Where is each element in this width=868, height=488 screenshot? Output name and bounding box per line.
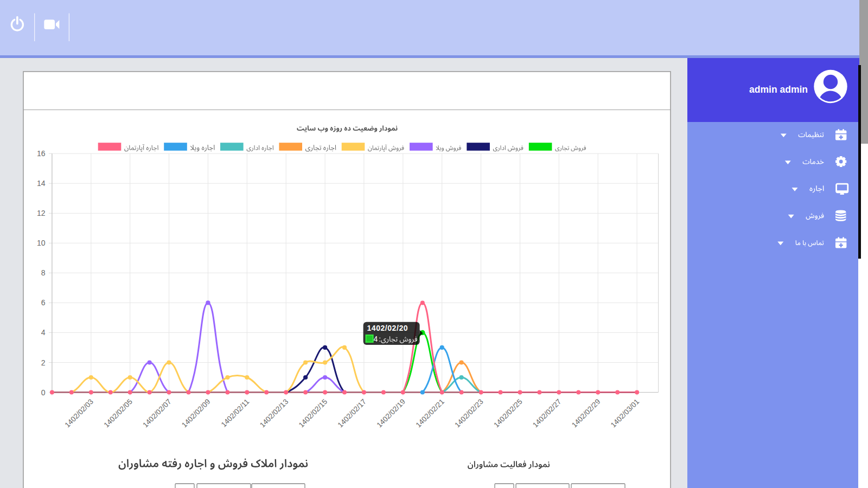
svg-text:14: 14: [37, 179, 46, 188]
svg-text:4: 4: [41, 328, 46, 337]
svg-text:2: 2: [41, 358, 46, 367]
svg-text:16: 16: [37, 149, 46, 158]
svg-text:10: 10: [37, 239, 46, 247]
svg-text:6: 6: [41, 298, 46, 307]
svg-text:admin admin: admin admin: [749, 84, 808, 95]
svg-text:4: 4: [374, 335, 378, 343]
svg-text:0: 0: [41, 388, 46, 397]
svg-text:8: 8: [41, 268, 46, 277]
svg-text:12: 12: [37, 209, 46, 217]
svg-text:1402/02/20: 1402/02/20: [367, 324, 409, 332]
